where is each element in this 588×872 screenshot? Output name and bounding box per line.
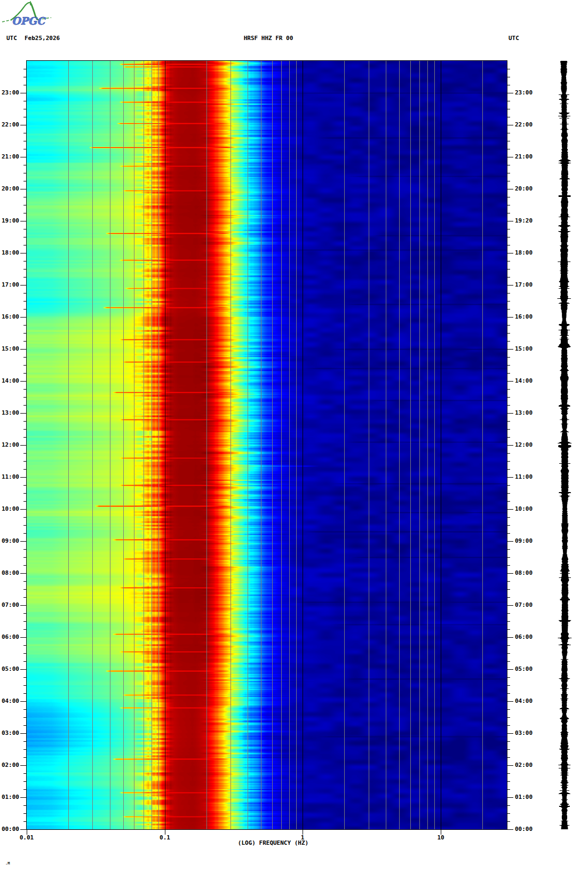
time-tick-left: [23, 333, 27, 334]
time-label-right: 07:00: [515, 602, 533, 608]
time-tick-left: [23, 173, 27, 173]
time-tick-right: [507, 269, 510, 269]
time-tick-left: [23, 781, 27, 782]
time-tick-right: [507, 413, 513, 414]
time-tick-right: [507, 549, 510, 550]
time-label-right: 23:00: [515, 90, 533, 96]
time-tick-right: [507, 701, 513, 702]
time-label-left: 02:00: [1, 762, 19, 768]
time-tick-left: [23, 773, 27, 774]
time-tick-right: [507, 781, 510, 782]
time-tick-right: [507, 485, 510, 486]
opgc-logo: OPGC: [1, 1, 60, 29]
time-tick-right: [507, 173, 510, 173]
time-tick-left: [23, 109, 27, 109]
time-tick-left: [20, 701, 27, 702]
time-tick-left: [20, 221, 27, 221]
time-tick-left: [23, 205, 27, 205]
time-tick-left: [23, 821, 27, 822]
time-tick-left: [23, 269, 27, 269]
time-tick-left: [23, 165, 27, 165]
time-label-right: 19:20: [515, 218, 533, 224]
time-tick-left: [23, 341, 27, 342]
time-tick-left: [23, 493, 27, 494]
time-label-left: 04:00: [1, 698, 19, 704]
time-tick-left: [23, 661, 27, 662]
time-tick-left: [23, 365, 27, 366]
time-tick-left: [23, 805, 27, 806]
freq-tick-label: 0.1: [160, 835, 170, 841]
time-tick-left: [23, 405, 27, 406]
time-tick-left: [20, 93, 27, 93]
time-tick-right: [507, 525, 510, 526]
time-tick-left: [23, 685, 27, 686]
time-tick-right: [507, 829, 513, 830]
time-tick-left: [20, 733, 27, 734]
time-tick-left: [23, 389, 27, 390]
time-tick-left: [20, 573, 27, 574]
footer-mark: .M: [5, 862, 10, 866]
time-tick-left: [20, 445, 27, 446]
time-tick-right: [507, 797, 513, 798]
time-label-right: 12:00: [515, 442, 533, 448]
logo-dash-left-icon: [2, 20, 12, 22]
time-tick-right: [507, 629, 510, 630]
time-tick-right: [507, 517, 510, 518]
time-label-right: 05:00: [515, 666, 533, 672]
time-label-left: 20:00: [1, 186, 19, 192]
time-tick-right: [507, 109, 510, 109]
time-label-left: 19:00: [1, 218, 19, 224]
freq-tick-label: 0.01: [20, 835, 34, 841]
time-tick-right: [507, 509, 513, 510]
time-label-right: 09:00: [515, 538, 533, 544]
time-tick-right: [507, 125, 513, 125]
time-label-left: 08:00: [1, 570, 19, 576]
time-tick-right: [507, 717, 510, 718]
x-axis-label: (LOG) FREQUENCY (HZ): [238, 840, 308, 846]
time-tick-right: [507, 117, 510, 117]
date-label: Feb25,2026: [25, 35, 60, 42]
time-label-left: 00:00: [1, 826, 19, 833]
time-tick-right: [507, 213, 510, 213]
time-tick-left: [20, 669, 27, 670]
time-label-left: 22:00: [1, 122, 19, 128]
time-tick-right: [507, 149, 510, 149]
time-tick-left: [20, 157, 27, 157]
time-tick-right: [507, 597, 510, 598]
time-label-right: 22:00: [515, 122, 533, 128]
time-tick-left: [23, 549, 27, 550]
time-tick-right: [507, 77, 510, 77]
time-tick-left: [20, 381, 27, 382]
time-tick-left: [20, 605, 27, 606]
time-tick-left: [23, 693, 27, 694]
time-tick-right: [507, 477, 513, 478]
time-tick-left: [23, 213, 27, 213]
time-label-left: 11:00: [1, 474, 19, 480]
time-tick-right: [507, 285, 513, 286]
time-label-left: 17:00: [1, 282, 19, 288]
time-tick-left: [23, 501, 27, 502]
seismogram-trace-canvas: [553, 61, 576, 829]
time-tick-right: [507, 237, 510, 237]
time-tick-right: [507, 317, 513, 318]
time-tick-right: [507, 581, 510, 582]
time-tick-left: [23, 717, 27, 718]
time-tick-right: [507, 589, 510, 590]
logo-text: OPGC: [12, 15, 46, 27]
plot-title: HRSF HHZ FR 00: [244, 35, 293, 42]
time-tick-left: [20, 509, 27, 510]
time-tick-right: [507, 765, 513, 766]
time-tick-left: [23, 149, 27, 149]
time-tick-left: [23, 597, 27, 598]
time-tick-right: [507, 341, 510, 342]
time-tick-left: [23, 117, 27, 117]
time-tick-right: [507, 189, 513, 189]
time-tick-right: [507, 69, 510, 69]
time-tick-right: [507, 93, 513, 93]
time-tick-left: [23, 325, 27, 326]
time-label-left: 06:00: [1, 634, 19, 640]
time-label-left: 18:00: [1, 250, 19, 256]
time-tick-left: [23, 261, 27, 261]
time-tick-right: [507, 573, 513, 574]
time-label-left: 03:00: [1, 730, 19, 736]
